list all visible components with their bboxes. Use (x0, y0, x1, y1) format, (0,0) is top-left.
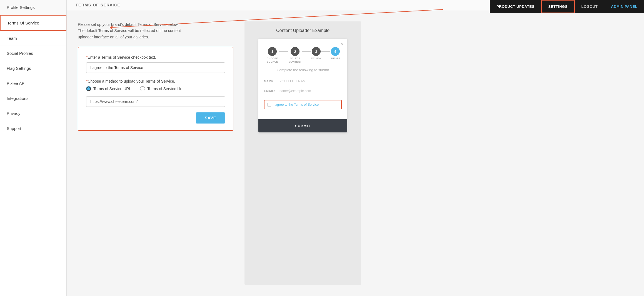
step-3-label: REVIEW (311, 57, 321, 60)
sidebar-item-terms-of-service[interactable]: Terms Of Service (0, 15, 66, 31)
top-navigation: PRODUCT UPDATES SETTINGS LOGOUT ADMIN PA… (490, 0, 644, 13)
radio-file-input[interactable] (140, 86, 145, 91)
sidebar: Profile Settings Terms Of Service Team S… (0, 0, 67, 296)
uploader-card: × 1 CHOOSE SOURCE 2 (258, 39, 347, 132)
logout-nav-item[interactable]: LOGOUT (575, 1, 605, 13)
radio-file-option[interactable]: Terms of Service file (140, 86, 182, 91)
preview-panel: Content Uploader Example × 1 CHOOSE SOUR… (244, 21, 361, 285)
sidebar-item-privacy[interactable]: Privacy (0, 106, 66, 121)
preview-title: Content Uploader Example (276, 28, 330, 33)
uploader-close-button[interactable]: × (258, 39, 347, 47)
step-connector-1 (279, 51, 288, 52)
sidebar-item-profile-settings[interactable]: Profile Settings (0, 0, 66, 15)
sidebar-item-pixlee-api[interactable]: Pixlee API (0, 76, 66, 91)
main-content: TERMS OF SERVICE Please set up your bran… (67, 0, 644, 296)
step-2: 2 SELECT CONTENT (288, 47, 302, 63)
step-2-label: SELECT CONTENT (288, 57, 302, 63)
step-4: 4 SUBMIT (330, 47, 340, 60)
step-4-circle: 4 (331, 47, 340, 56)
step-3: 3 REVIEW (311, 47, 321, 60)
sidebar-item-support[interactable]: Support (0, 121, 66, 136)
step-1-label: CHOOSE SOURCE (265, 57, 279, 63)
radio-url-input[interactable] (86, 86, 91, 91)
step-4-label: SUBMIT (330, 57, 340, 60)
form-panel: Please set up your brand's default Terms… (78, 21, 233, 285)
step-1: 1 CHOOSE SOURCE (265, 47, 279, 63)
content-area: Please set up your brand's default Terms… (67, 10, 644, 296)
settings-nav-item[interactable]: SETTINGS (541, 0, 575, 13)
uploader-body: Complete the following to submit NAME: Y… (258, 68, 347, 116)
sidebar-item-flag-settings[interactable]: Flag Settings (0, 61, 66, 76)
step-2-circle: 2 (291, 47, 299, 56)
uploader-name-field: NAME: YOUR FULLNAME (264, 77, 342, 86)
step-connector-2 (302, 51, 311, 52)
sidebar-item-social-profiles[interactable]: Social Profiles (0, 46, 66, 61)
stepper: 1 CHOOSE SOURCE 2 SELECT CONTENT (258, 47, 347, 68)
tos-checkbox[interactable] (267, 103, 271, 107)
uploader-subtitle: Complete the following to submit (264, 68, 342, 72)
save-button[interactable]: SAVE (196, 112, 225, 124)
sidebar-item-team[interactable]: Team (0, 31, 66, 46)
step-3-circle: 3 (312, 47, 321, 56)
tos-link[interactable]: I agree to the Terms of Service (273, 103, 319, 107)
save-btn-row: SAVE (86, 112, 225, 124)
radio-url-option[interactable]: Terms of Service URL (86, 86, 131, 91)
submit-button[interactable]: SUBMIT (258, 119, 347, 132)
radio-group-method: Terms of Service URL Terms of Service fi… (86, 86, 225, 91)
admin-panel-nav-item[interactable]: ADMIN PANEL (604, 1, 644, 13)
checkbox-text-label: *Enter a Terms of Service checkbox text. (86, 55, 225, 60)
product-updates-nav-item[interactable]: PRODUCT UPDATES (490, 1, 541, 13)
uploader-email-field: EMAIL: name@example.com (264, 86, 342, 96)
step-1-circle: 1 (268, 47, 277, 56)
form-card: *Enter a Terms of Service checkbox text.… (78, 47, 233, 131)
tos-checkbox-row: I agree to the Terms of Service (264, 100, 342, 109)
step-connector-3 (321, 51, 330, 52)
url-input[interactable] (86, 96, 225, 107)
description-text: Please set up your brand's default Terms… (78, 21, 233, 40)
checkbox-text-input[interactable] (86, 62, 225, 73)
sidebar-item-integrations[interactable]: Integrations (0, 91, 66, 106)
method-label: *Choose a method to upload your Terms of… (86, 79, 225, 83)
